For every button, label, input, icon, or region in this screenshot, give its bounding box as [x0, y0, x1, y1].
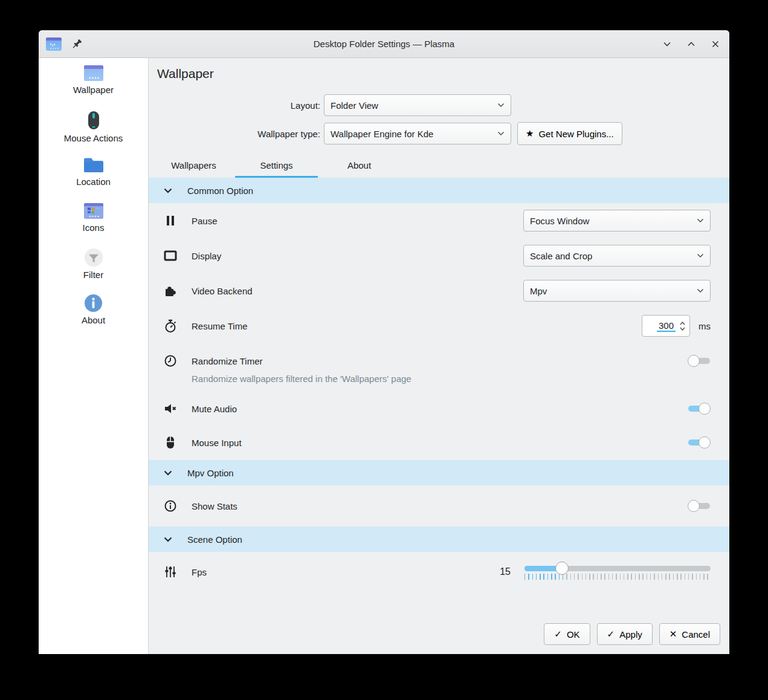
toggle-knob[interactable]	[699, 403, 711, 415]
setting-row-video-backend: Video Backend Mpv	[149, 273, 729, 308]
app-icon[interactable]	[46, 37, 62, 51]
shade-window-icon[interactable]	[662, 39, 673, 50]
setting-row-fps: Fps 15	[149, 552, 729, 592]
sidebar: Wallpaper Mouse Actions Location	[39, 58, 149, 654]
fps-value: 15	[500, 566, 511, 577]
clock-icon	[163, 354, 178, 368]
wallpaper-type-select[interactable]: Wallpaper Engine for Kde	[324, 123, 511, 144]
pin-icon[interactable]	[71, 38, 83, 50]
display-icon	[163, 250, 178, 261]
stopwatch-icon	[163, 319, 178, 333]
maximize-window-icon[interactable]	[686, 39, 697, 50]
layout-label: Layout:	[149, 100, 324, 111]
slider-handle[interactable]	[555, 562, 569, 575]
chevron-down-icon	[164, 537, 172, 542]
layout-select[interactable]: Folder View	[324, 94, 511, 116]
info-icon	[83, 294, 103, 313]
settings-window: Desktop Folder Settings — Plasma	[39, 30, 729, 654]
setting-row-mute-audio: Mute Audio	[149, 392, 729, 425]
ok-button[interactable]: ✓ OK	[544, 623, 590, 645]
setting-row-mouse-input: Mouse Input	[149, 425, 729, 460]
sidebar-item-label: About	[82, 315, 105, 325]
sidebar-item-filter[interactable]: Filter	[39, 247, 148, 293]
window-title: Desktop Folder Settings — Plasma	[39, 39, 729, 49]
tab-settings[interactable]: Settings	[235, 155, 318, 178]
spin-down-icon[interactable]	[680, 327, 685, 331]
pause-icon	[163, 215, 178, 226]
setting-row-resume-time: Resume Time 300 ms	[149, 308, 729, 343]
video-backend-select[interactable]: Mpv	[523, 280, 711, 302]
sidebar-item-icons[interactable]: Icons	[39, 201, 148, 247]
mouse-input-icon	[163, 436, 178, 449]
check-icon: ✓	[607, 629, 615, 640]
mouse-icon	[86, 110, 101, 131]
filter-icon	[83, 248, 105, 267]
setting-label: Resume Time	[192, 321, 642, 331]
setting-label: Show Stats	[192, 501, 688, 511]
close-window-icon[interactable]	[710, 39, 721, 50]
display-value: Scale and Crop	[530, 251, 592, 261]
tab-wallpapers[interactable]: Wallpapers	[152, 155, 235, 178]
resume-time-value[interactable]: 300	[657, 320, 676, 332]
folder-icon	[83, 156, 105, 174]
layout-row: Layout: Folder View	[149, 94, 729, 116]
sidebar-item-location[interactable]: Location	[39, 155, 148, 201]
toggle-knob[interactable]	[699, 436, 711, 449]
close-icon: ✕	[670, 629, 677, 640]
setting-row-display: Display Scale and Crop	[149, 238, 729, 273]
stats-info-icon	[163, 499, 178, 513]
spin-up-icon[interactable]	[680, 322, 685, 325]
section-header-common-option[interactable]: Common Option	[149, 178, 729, 203]
apply-button[interactable]: ✓ Apply	[597, 623, 653, 645]
get-new-plugins-button[interactable]: ★ Get New Plugins...	[517, 122, 622, 145]
mute-audio-icon	[163, 403, 178, 415]
puzzle-icon	[163, 284, 178, 297]
sidebar-item-label: Wallpaper	[73, 85, 114, 95]
section-title: Common Option	[187, 186, 253, 196]
slider-ticks-active	[524, 574, 566, 580]
setting-label: Randomize Timer	[192, 356, 688, 366]
sidebar-item-label: Icons	[83, 222, 105, 233]
tab-bar: Wallpapers Settings About	[149, 155, 729, 178]
get-new-plugins-label: Get New Plugins...	[538, 129, 613, 139]
chevron-down-icon	[697, 288, 704, 293]
chevron-down-icon	[697, 253, 704, 258]
video-backend-value: Mpv	[530, 286, 547, 296]
ok-label: OK	[567, 629, 580, 640]
fps-slider[interactable]	[524, 563, 711, 581]
dialog-footer: ✓ OK ✓ Apply ✕ Cancel	[149, 623, 729, 654]
section-header-scene-option[interactable]: Scene Option	[149, 527, 729, 552]
chevron-down-icon	[164, 188, 172, 193]
cancel-button[interactable]: ✕ Cancel	[659, 623, 720, 645]
sidebar-item-wallpaper[interactable]: Wallpaper	[39, 63, 148, 109]
show-stats-toggle[interactable]	[688, 500, 711, 512]
randomize-timer-toggle[interactable]	[688, 355, 711, 367]
tab-about[interactable]: About	[318, 155, 401, 178]
sidebar-item-about[interactable]: About	[39, 293, 148, 339]
randomize-timer-hint: Randomize wallpapers filtered in the 'Wa…	[149, 374, 729, 392]
titlebar[interactable]: Desktop Folder Settings — Plasma	[39, 30, 729, 58]
setting-label: Mute Audio	[192, 404, 688, 414]
resume-time-spinbox[interactable]: 300	[642, 315, 690, 337]
toggle-knob[interactable]	[688, 355, 700, 367]
sliders-icon	[163, 565, 178, 578]
section-header-mpv-option[interactable]: Mpv Option	[149, 460, 729, 485]
section-title: Scene Option	[187, 534, 242, 545]
sidebar-item-mouse-actions[interactable]: Mouse Actions	[39, 109, 148, 155]
wallpaper-type-row: Wallpaper type: Wallpaper Engine for Kde…	[149, 122, 729, 145]
pause-select[interactable]: Focus Window	[523, 210, 711, 232]
sidebar-item-label: Location	[76, 177, 111, 187]
check-icon: ✓	[554, 629, 562, 640]
setting-label: Pause	[192, 216, 523, 226]
toggle-knob[interactable]	[688, 500, 700, 512]
wallpaper-icon	[83, 64, 104, 82]
setting-label: Fps	[192, 567, 500, 577]
wallpaper-type-label: Wallpaper type:	[149, 129, 324, 139]
chevron-down-icon	[164, 470, 172, 476]
wallpaper-type-value: Wallpaper Engine for Kde	[331, 129, 433, 139]
mute-audio-toggle[interactable]	[688, 403, 711, 415]
display-select[interactable]: Scale and Crop	[523, 245, 711, 267]
main-content: Wallpaper Layout: Folder View Wallpaper …	[149, 58, 729, 654]
chevron-down-icon	[497, 131, 505, 136]
mouse-input-toggle[interactable]	[688, 436, 711, 449]
